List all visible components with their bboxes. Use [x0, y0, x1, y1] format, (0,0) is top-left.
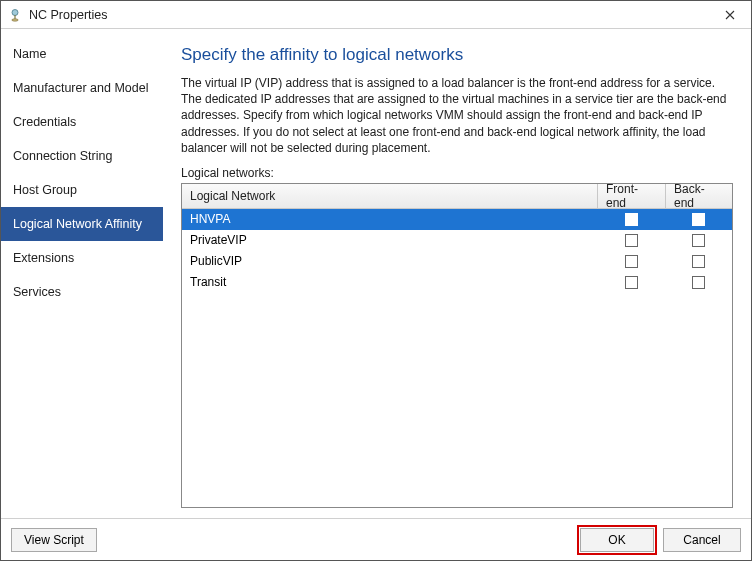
- col-header-front-end[interactable]: Front-end: [598, 184, 666, 208]
- grid-label: Logical networks:: [181, 166, 733, 180]
- sidebar-item-name[interactable]: Name: [1, 37, 163, 71]
- front-end-checkbox[interactable]: [625, 276, 638, 289]
- cell-front-end: [598, 251, 666, 272]
- back-end-checkbox[interactable]: [692, 213, 705, 226]
- cell-back-end: [666, 230, 732, 251]
- cell-network-name: PublicVIP: [182, 251, 598, 272]
- view-script-button[interactable]: View Script: [11, 528, 97, 552]
- svg-rect-1: [14, 15, 15, 19]
- table-row[interactable]: Transit: [182, 272, 732, 293]
- cell-front-end: [598, 209, 666, 230]
- back-end-checkbox[interactable]: [692, 255, 705, 268]
- sidebar-item-label: Services: [13, 285, 61, 299]
- table-row[interactable]: HNVPA: [182, 209, 732, 230]
- sidebar-item-credentials[interactable]: Credentials: [1, 105, 163, 139]
- cancel-button[interactable]: Cancel: [663, 528, 741, 552]
- window-title: NC Properties: [29, 8, 709, 22]
- col-header-back-end[interactable]: Back-end: [666, 184, 732, 208]
- front-end-checkbox[interactable]: [625, 234, 638, 247]
- grid-body: HNVPAPrivateVIPPublicVIPTransit: [182, 209, 732, 507]
- ok-button-highlight: OK: [577, 525, 657, 555]
- sidebar-item-label: Credentials: [13, 115, 76, 129]
- table-row[interactable]: PublicVIP: [182, 251, 732, 272]
- sidebar-item-label: Logical Network Affinity: [13, 217, 142, 231]
- close-button[interactable]: [709, 1, 751, 29]
- sidebar-item-label: Connection String: [13, 149, 112, 163]
- sidebar-item-extensions[interactable]: Extensions: [1, 241, 163, 275]
- sidebar-item-label: Name: [13, 47, 46, 61]
- footer: View Script OK Cancel: [1, 518, 751, 560]
- sidebar-item-label: Host Group: [13, 183, 77, 197]
- sidebar-item-label: Extensions: [13, 251, 74, 265]
- main-panel: Specify the affinity to logical networks…: [163, 29, 751, 518]
- cell-front-end: [598, 272, 666, 293]
- front-end-checkbox[interactable]: [625, 213, 638, 226]
- cell-back-end: [666, 251, 732, 272]
- sidebar-item-services[interactable]: Services: [1, 275, 163, 309]
- cell-front-end: [598, 230, 666, 251]
- titlebar: NC Properties: [1, 1, 751, 29]
- front-end-checkbox[interactable]: [625, 255, 638, 268]
- sidebar: NameManufacturer and ModelCredentialsCon…: [1, 29, 163, 518]
- back-end-checkbox[interactable]: [692, 276, 705, 289]
- sidebar-item-connection-string[interactable]: Connection String: [1, 139, 163, 173]
- cell-network-name: Transit: [182, 272, 598, 293]
- svg-point-2: [12, 18, 18, 20]
- ok-button[interactable]: OK: [580, 528, 654, 552]
- content-area: NameManufacturer and ModelCredentialsCon…: [1, 29, 751, 518]
- app-icon: [7, 7, 23, 23]
- grid-header: Logical Network Front-end Back-end: [182, 184, 732, 209]
- sidebar-item-label: Manufacturer and Model: [13, 81, 149, 95]
- sidebar-item-logical-network-affinity[interactable]: Logical Network Affinity: [1, 207, 163, 241]
- sidebar-item-manufacturer-and-model[interactable]: Manufacturer and Model: [1, 71, 163, 105]
- cell-network-name: PrivateVIP: [182, 230, 598, 251]
- cell-back-end: [666, 209, 732, 230]
- page-description: The virtual IP (VIP) address that is ass…: [181, 75, 733, 156]
- svg-point-0: [12, 9, 18, 15]
- back-end-checkbox[interactable]: [692, 234, 705, 247]
- table-row[interactable]: PrivateVIP: [182, 230, 732, 251]
- logical-networks-grid: Logical Network Front-end Back-end HNVPA…: [181, 183, 733, 508]
- cell-back-end: [666, 272, 732, 293]
- cell-network-name: HNVPA: [182, 209, 598, 230]
- sidebar-item-host-group[interactable]: Host Group: [1, 173, 163, 207]
- col-header-network[interactable]: Logical Network: [182, 184, 598, 208]
- page-title: Specify the affinity to logical networks: [181, 45, 733, 65]
